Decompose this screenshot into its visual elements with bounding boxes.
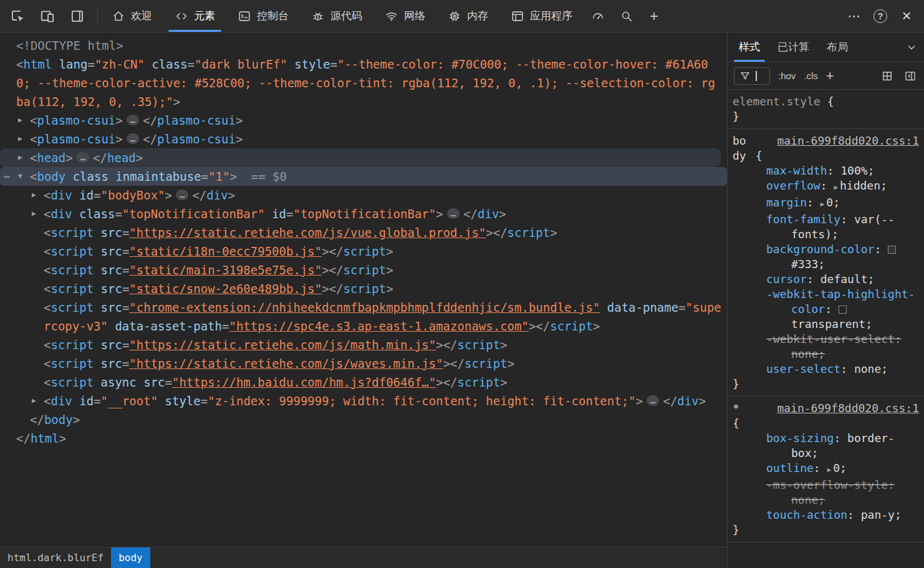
dom-node-line[interactable]: <script src="chrome-extension://nhiheekd… xyxy=(0,298,727,317)
dom-node-line[interactable]: <!DOCTYPE html> xyxy=(0,36,727,55)
color-swatch[interactable] xyxy=(888,246,896,254)
dom-node-line[interactable]: <script src="static/main-3198e5e75e.js">… xyxy=(0,261,727,279)
collapsed-ellipsis-button[interactable]: … xyxy=(447,208,460,219)
dom-node-line[interactable]: <script src="https://static.retiehe.com/… xyxy=(0,335,727,354)
dom-node-line[interactable]: ▶<div id="bodyBox">…</div> xyxy=(0,186,727,205)
more-options-button[interactable]: ⋯ xyxy=(843,5,865,27)
dom-node-line[interactable]: <html lang="zh-CN" class="dark blurEf" s… xyxy=(0,55,727,74)
dom-node-line[interactable]: ▶<div id="__root" style="z-index: 999999… xyxy=(0,392,727,410)
tab-console[interactable]: 控制台 xyxy=(226,0,300,32)
css-property[interactable]: -ms-overflow-style: none; xyxy=(733,478,919,508)
chevron-down-icon[interactable] xyxy=(902,41,922,54)
css-property[interactable]: max-width: 100%; xyxy=(733,163,919,178)
expand-toggle-icon[interactable]: ▶ xyxy=(32,392,36,410)
css-property[interactable]: overflow: ▶hidden; xyxy=(733,178,919,195)
tab-elements[interactable]: 元素 xyxy=(163,0,226,32)
css-property[interactable]: -webkit-user-select: none; xyxy=(733,332,919,362)
node-menu-icon[interactable]: ⋯ xyxy=(4,167,10,186)
expand-value-icon[interactable]: ▶ xyxy=(827,466,832,474)
dom-node-line[interactable]: 0; --theme-color-active: #528C00; --them… xyxy=(0,74,727,92)
dom-node-line[interactable]: <script async src="https://hm.baidu.com/… xyxy=(0,373,727,392)
code-segment: > xyxy=(386,263,393,277)
breadcrumb-item[interactable]: body xyxy=(111,547,150,568)
code-segment: > xyxy=(499,207,506,221)
new-style-rule-button[interactable]: + xyxy=(826,68,834,84)
stylesheet-link[interactable]: main-699f8dd020.css:1 xyxy=(777,401,919,416)
tab-performance[interactable] xyxy=(584,0,612,32)
collapse-panel-icon[interactable] xyxy=(903,69,918,84)
dom-node-line[interactable]: ⋯▼<body class inmaintabuse="1"> == $0 xyxy=(0,167,727,186)
color-swatch[interactable] xyxy=(839,306,847,314)
tab-sources[interactable]: 源代码 xyxy=(300,0,373,32)
device-emulation-icon[interactable] xyxy=(37,6,57,26)
code-segment: id xyxy=(272,207,286,221)
css-property[interactable]: background-color: #333; xyxy=(733,242,919,272)
dom-node-line[interactable]: <script src="https://static.retiehe.com/… xyxy=(0,354,727,373)
code-segment: script xyxy=(458,375,501,389)
css-property[interactable]: outline: ▶0; xyxy=(733,461,919,478)
close-button[interactable]: × xyxy=(895,5,918,27)
expand-value-icon[interactable]: ▶ xyxy=(821,200,825,208)
dom-tree: <!DOCTYPE html><html lang="zh-CN" class=… xyxy=(0,32,727,547)
tab-welcome[interactable]: 欢迎 xyxy=(100,0,163,32)
css-property[interactable]: touch-action: pan-y; xyxy=(733,508,919,522)
css-property[interactable]: margin: ▶0; xyxy=(733,195,919,212)
code-segment: ></ xyxy=(443,357,464,370)
dom-node-line[interactable]: <script src="static/i18n-0ecc79500b.js">… xyxy=(0,242,727,261)
css-selector[interactable]: element.style xyxy=(733,95,821,108)
inspect-element-icon[interactable] xyxy=(7,6,27,26)
styles-tab[interactable]: 布局 xyxy=(818,32,857,62)
css-property[interactable]: font-family: var(--fonts); xyxy=(733,212,919,242)
help-button[interactable]: ? xyxy=(869,5,892,27)
expand-toggle-icon[interactable]: ▶ xyxy=(18,130,22,148)
dom-node-line[interactable]: ▶<plasmo-csui>…</plasmo-csui> xyxy=(0,130,727,148)
dom-node-line[interactable]: ba(112, 192, 0, .35);"> xyxy=(0,92,727,111)
dom-node-line[interactable]: </html> xyxy=(0,429,727,448)
dom-node-line[interactable]: <script src="static/snow-2e60e489bb.js">… xyxy=(0,279,727,298)
add-tab-button[interactable]: + xyxy=(641,0,667,32)
dom-node-line[interactable]: </body> xyxy=(0,410,727,429)
collapsed-ellipsis-button[interactable]: … xyxy=(127,133,139,144)
expand-toggle-icon[interactable]: ▼ xyxy=(18,167,22,186)
css-property[interactable]: -webkit-tap-highlight-color: transparent… xyxy=(733,287,919,332)
code-segment: > xyxy=(173,95,180,108)
code-segment: < xyxy=(44,263,51,277)
collapsed-ellipsis-button[interactable]: … xyxy=(77,152,89,163)
breadcrumb-item[interactable]: html.dark.blurEf xyxy=(0,547,111,568)
expand-toggle-icon[interactable]: ▶ xyxy=(32,205,36,223)
css-property[interactable]: box-sizing: border-box; xyxy=(733,431,919,461)
toggle-element-state-button[interactable]: :hov xyxy=(778,70,796,81)
style-filter-input[interactable] xyxy=(734,67,770,85)
filter-funnel-icon xyxy=(739,70,751,82)
dom-node-line[interactable]: ▶<plasmo-csui>…</plasmo-csui> xyxy=(0,111,727,130)
styles-tab[interactable]: 样式 xyxy=(730,32,769,62)
tab-memory[interactable]: 内存 xyxy=(436,0,499,32)
code-segment: class xyxy=(79,207,115,221)
collapsed-ellipsis-button[interactable]: … xyxy=(176,190,188,200)
dom-node-line[interactable]: ▶<div class="topNotificationBar" id="top… xyxy=(0,205,727,223)
code-segment: src xyxy=(101,338,122,352)
tab-network[interactable]: 网络 xyxy=(373,0,436,32)
tab-search[interactable] xyxy=(612,0,641,32)
css-property[interactable]: cursor: default; xyxy=(733,272,919,287)
expand-value-icon[interactable]: ▶ xyxy=(834,183,838,191)
dom-node-line[interactable]: rcopy-v3" data-asset-path="https://spc4e… xyxy=(0,317,727,335)
dom-node-line[interactable]: <script src="https://static.retiehe.com/… xyxy=(0,223,727,242)
expand-toggle-icon[interactable]: ▶ xyxy=(32,186,36,205)
code-segment: ba(112, 192, 0, .35);" xyxy=(16,95,173,108)
dom-node-line[interactable]: ▶<head>…</head> xyxy=(0,148,721,167)
css-property[interactable]: user-select: none; xyxy=(733,362,919,377)
stylesheet-link[interactable]: main-699f8dd020.css:1 xyxy=(777,133,919,148)
css-selector[interactable]: body xyxy=(733,133,749,163)
element-classes-button[interactable]: .cls xyxy=(804,70,818,81)
expand-toggle-icon[interactable]: ▶ xyxy=(18,111,22,130)
dock-panel-icon[interactable] xyxy=(67,6,87,26)
collapsed-ellipsis-button[interactable]: … xyxy=(127,115,139,125)
styles-tab[interactable]: 已计算 xyxy=(769,32,818,62)
tab-application[interactable]: 应用程序 xyxy=(499,0,584,32)
code-segment: = xyxy=(122,244,129,258)
expand-toggle-icon[interactable]: ▶ xyxy=(18,148,22,167)
grid-overlay-icon[interactable] xyxy=(880,69,895,84)
css-selector[interactable]: * xyxy=(733,402,739,415)
collapsed-ellipsis-button[interactable]: … xyxy=(647,395,659,406)
